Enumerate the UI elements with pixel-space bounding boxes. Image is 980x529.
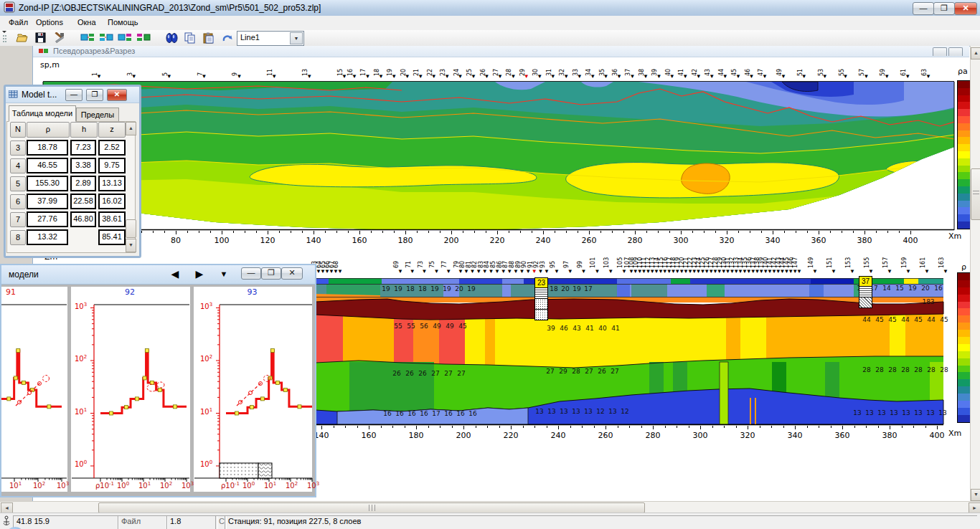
dialog-close-button[interactable]: ✕ [107,89,127,101]
model-table-titlebar[interactable]: Model t... — ❐ ✕ [6,87,139,103]
table-row: 318.787.232.52 [7,139,126,157]
tools-button[interactable] [52,31,67,45]
models-close-button[interactable]: ✕ [281,267,303,280]
menu-bar: Файл Options Окна Помощь [0,16,980,31]
pseudosection-window-titlebar[interactable]: Псевдоразрез&Разрез [33,46,969,57]
prev-station-button[interactable]: ◀ [168,268,182,280]
model-cell-rho[interactable]: 37.99 [27,194,68,209]
model-cell-rho[interactable]: 13.32 [27,229,68,245]
hscroll-left-icon[interactable]: ◄ [1,502,13,513]
model-cell-rho[interactable]: 27.76 [27,211,68,227]
col-header-n[interactable]: N [10,122,26,138]
table-scroll-down[interactable]: ▼ [126,239,136,252]
row-header[interactable]: 5 [10,176,26,191]
close-button[interactable]: ✕ [954,2,977,15]
status-bar: 41.8 15.9 Файл 1.8 С Станция: 91, позици… [0,513,980,529]
table-icon [9,90,18,99]
model-cell-h[interactable]: 7.23 [70,140,96,156]
toolbar-grip-icon[interactable] [1,30,8,46]
model-cell-h[interactable]: 3.38 [70,158,96,173]
paste-button[interactable] [201,31,217,45]
model-cell-z[interactable]: 13.13 [98,176,126,191]
model-table-title: Model t... [22,90,57,100]
row-header[interactable]: 6 [10,194,26,209]
model-cell-z[interactable]: 85.41 [98,229,126,245]
model-cell-z[interactable]: 2.52 [98,140,126,156]
layout-model-button[interactable] [116,31,132,45]
table-row: 727.7646.8038.61 [7,211,126,229]
maximize-button[interactable]: ❐ [933,2,955,15]
line-selector-combobox[interactable]: Line1 ▼ [237,31,304,46]
models-window: модели ◀ ▶ ▼ — ❐ ✕ [0,264,316,497]
models-maximize-button[interactable]: ❐ [261,267,281,280]
child-window-icon [39,48,49,55]
status-coordinates: 41.8 15.9 [13,515,119,529]
vscroll-down-icon[interactable]: ▼ [971,489,980,501]
tab-model-table[interactable]: Таблица модели [9,105,76,122]
child-minimize-button[interactable] [933,47,947,56]
model-cell-rho[interactable]: 155.30 [27,176,68,191]
row-header[interactable]: 4 [10,158,26,173]
models-minimize-button[interactable]: — [241,267,261,280]
copy-button[interactable] [182,31,198,45]
undo-button[interactable] [220,31,235,45]
hscroll-right-icon[interactable]: ► [969,502,980,513]
row-header[interactable]: 3 [10,140,26,156]
menu-options[interactable]: Options [32,17,67,30]
next-station-button[interactable]: ▶ [192,268,207,280]
open-button[interactable] [14,31,30,45]
dialog-minimize-button[interactable]: — [65,89,83,101]
model-cell-rho[interactable]: 46.55 [27,158,68,173]
table-row: 813.3285.41 [7,229,126,247]
child-maximize-button[interactable] [948,47,963,56]
hscroll-thumb[interactable] [98,502,645,513]
row-header[interactable]: 7 [10,212,26,227]
model-cell-z[interactable]: 38.61 [98,211,126,227]
col-header-h[interactable]: h [70,122,98,138]
table-scroll-thumb[interactable] [126,219,136,238]
model-rows: 318.787.232.52446.553.389.755155.302.891… [7,139,126,251]
curve-panel-93[interactable] [194,287,312,492]
layout-curves-button[interactable] [135,31,151,45]
menu-windows[interactable]: Окна [73,17,100,30]
col-header-z[interactable]: z [98,122,126,138]
model-cell-rho[interactable]: 18.78 [27,140,68,156]
dialog-maximize-button[interactable]: ❐ [86,89,103,101]
pseudo-colorbar-label: ρa [958,67,968,76]
toolbar: Line1 ▼ [0,30,980,47]
pseudo-x-unit: Xm [948,232,961,241]
tab-limits[interactable]: Пределы [76,108,119,122]
minimize-button[interactable]: — [913,2,934,15]
model-table-dialog: Model t... — ❐ ✕ Таблица модели Пределы … [4,85,141,258]
table-row: 637.9922.5816.02 [7,193,126,211]
model-cell-z[interactable]: 9.75 [98,158,126,173]
window-title: Zond-IP [Z:\OBJECTS\KALININGRAD_2013\Zon… [19,3,321,13]
layout-sections-button[interactable] [98,31,113,45]
menu-help[interactable]: Помощь [103,17,143,30]
model-cell-h[interactable]: 22.58 [70,194,96,209]
models-window-titlebar[interactable]: модели ◀ ▶ ▼ — ❐ ✕ [1,265,315,285]
curve-panel-92[interactable] [71,287,190,492]
save-button[interactable] [33,31,49,45]
child-window-title: Псевдоразрез&Разрез [53,47,135,55]
vscroll-up-icon[interactable]: ▲ [971,47,980,59]
model-cell-h[interactable]: 46.80 [70,211,96,227]
table-row: 446.553.389.75 [7,157,126,175]
combo-dropdown-icon[interactable]: ▼ [290,32,303,44]
title-bar[interactable]: Zond-IP [Z:\OBJECTS\KALININGRAD_2013\Zon… [0,0,980,16]
section-colorbar-label: ρ [961,262,966,272]
model-cell-z[interactable]: 16.02 [98,194,126,209]
col-header-rho[interactable]: ρ [27,122,70,138]
row-header[interactable]: 8 [10,230,26,245]
table-scroll-up[interactable]: ▲ [126,122,136,135]
inversion-binoculars-button[interactable] [164,31,179,45]
curve-panel-91[interactable] [1,287,67,492]
vertical-scrollbar[interactable]: ▲ ▼ [970,46,980,501]
menu-file[interactable]: Файл [4,17,32,30]
vscroll-thumb[interactable] [971,168,980,220]
model-cell-h[interactable]: 2.89 [70,176,96,191]
layout-pseudo-button[interactable] [79,31,95,45]
models-window-title: модели [9,270,39,280]
horizontal-scrollbar[interactable]: ◄ ► [0,501,980,513]
dropdown-station-button[interactable]: ▼ [217,270,231,278]
